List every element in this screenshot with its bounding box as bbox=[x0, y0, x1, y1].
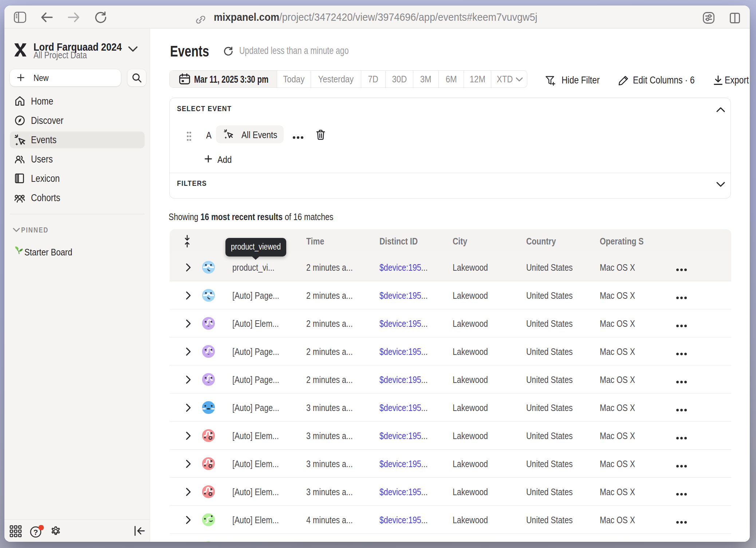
svg-text:?: ? bbox=[34, 528, 38, 536]
